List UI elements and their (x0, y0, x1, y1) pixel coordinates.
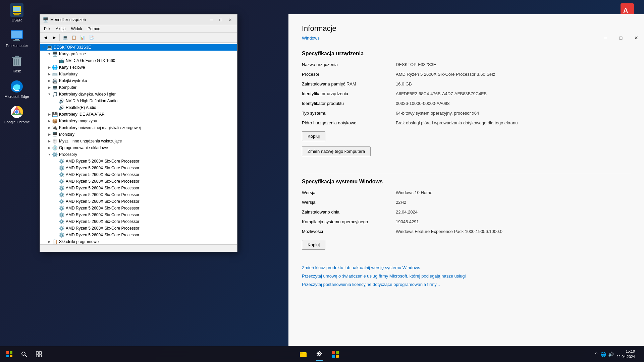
computer-icon (10, 29, 23, 42)
toolbar-view3[interactable]: 📑 (87, 34, 95, 42)
tree-firmware[interactable]: ▶ 💿 Oprogramowanie układowe (40, 144, 237, 151)
svg-rect-44 (6, 355, 9, 357)
kosz-icon-label: Kosz (13, 69, 21, 73)
product-key-link[interactable]: Zmień klucz produktu lub uaktualnij wers… (302, 265, 631, 270)
license-link[interactable]: Przeczytaj postanowienia licencyjne doty… (302, 282, 631, 287)
tree-cpu-8[interactable]: ▶ ⚙️ AMD Ryzen 5 2600X Six-Core Processo… (40, 212, 237, 218)
tree-mouse[interactable]: ▶ 🖱️ Mysz i inne urządzenia wskazujące (40, 138, 237, 144)
search-button[interactable] (17, 348, 31, 361)
device-id-value: A6FDF5F2-68C4-476B-A4D7-AFB83B79C4FB (396, 91, 631, 96)
windows-link[interactable]: Windows (302, 36, 631, 41)
copy-button-2[interactable]: Kopiuj (302, 240, 325, 250)
tree-software-components[interactable]: ▶ 📋 Składniki programowe (40, 238, 237, 244)
device-tree[interactable]: ▼ 💻 DESKTOP-F332S3E ▼ 🖥️ Karty graficzne… (40, 43, 237, 244)
build-label: Kompilacja systemu operacyjnego (302, 219, 396, 224)
processor-value: AMD Ryzen 5 2600X Six-Core Processor 3.6… (396, 72, 631, 77)
tree-komputer[interactable]: ▶ 💻 Komputer (40, 84, 237, 91)
menu-plik[interactable]: Plik (41, 26, 53, 32)
svg-point-19 (15, 110, 18, 114)
taskbar-store[interactable] (328, 347, 343, 362)
tree-audio[interactable]: ▼ 🎵 Kontrolery dźwięku, wideo i gier (40, 91, 237, 98)
desktop-icon-user[interactable]: USER (3, 3, 30, 22)
svg-rect-2 (13, 7, 20, 11)
taskbar-explorer[interactable] (296, 347, 311, 362)
tree-root[interactable]: ▼ 💻 DESKTOP-F332S3E (40, 44, 237, 51)
device-spec-section: Specyfikacja urządzenia Nazwa urządzenia… (302, 51, 631, 163)
desktop-icon-edge[interactable]: Microsoft Edge (3, 80, 30, 99)
menu-pomoc[interactable]: Pomoc (85, 26, 103, 32)
svg-rect-6 (11, 31, 22, 38)
taskbar-settings[interactable] (312, 347, 327, 362)
device-manager-statusbar (40, 244, 237, 252)
tree-cpu-9[interactable]: ▶ ⚙️ AMD Ryzen 5 2600X Six-Core Processo… (40, 218, 237, 225)
minimize-button[interactable]: ─ (207, 16, 216, 23)
tree-karty-graficzne[interactable]: ▼ 🖥️ Karty graficzne (40, 51, 237, 57)
tree-usb[interactable]: ▶ 🔌 Kontrolery uniwersalnej magistrali s… (40, 124, 237, 131)
tree-processors[interactable]: ▼ ⚙️ Procesory (40, 151, 237, 158)
pen-row: Pióro i urządzenia dotykowe Brak obsługi… (302, 120, 631, 125)
svg-rect-59 (336, 355, 339, 358)
install-date-value: 22.04.2024 (396, 209, 631, 215)
tree-cpu-2[interactable]: ▶ ⚙️ AMD Ryzen 5 2600X Six-Core Processo… (40, 171, 237, 178)
root-expand[interactable]: ▼ (41, 45, 47, 50)
tree-storage[interactable]: ▶ 📦 Kontrolery magazynu (40, 118, 237, 124)
ms-agreement-link[interactable]: Przeczytaj umowę o świadczenie usług fir… (302, 274, 631, 279)
desktop-icon-chrome[interactable]: Google Chrome (3, 105, 30, 124)
tree-cpu-4[interactable]: ▶ ⚙️ AMD Ryzen 5 2600X Six-Core Processo… (40, 185, 237, 191)
tree-cpu-3[interactable]: ▶ ⚙️ AMD Ryzen 5 2600X Six-Core Processo… (40, 178, 237, 185)
toolbar-computer[interactable]: 💻 (61, 34, 69, 42)
system-type-label: Typ systemu (302, 111, 396, 116)
start-button[interactable] (3, 348, 16, 361)
toolbar-view1[interactable]: 📋 (70, 34, 78, 42)
rename-button[interactable]: Zmień nazwę tego komputera (302, 146, 371, 156)
tray-volume[interactable]: 🔊 (608, 352, 614, 357)
features-row: Możliwości Windows Feature Experience Pa… (302, 229, 631, 234)
tree-cpu-7[interactable]: ▶ ⚙️ AMD Ryzen 5 2600X Six-Core Processo… (40, 205, 237, 212)
sysinfo-title: Informacje (302, 24, 631, 33)
toolbar-forward[interactable]: ▶ (50, 34, 58, 42)
tree-ide[interactable]: ▶ 💾 Kontrolery IDE ATA/ATAPI (40, 111, 237, 118)
sysinfo-close[interactable]: ✕ (629, 33, 644, 43)
task-view-button[interactable] (32, 348, 46, 361)
menu-widok[interactable]: Widok (68, 26, 85, 32)
tray-network[interactable]: 🌐 (600, 352, 606, 357)
desktop-icon-computer[interactable]: Ten komputer (3, 29, 30, 48)
install-date-row: Zainstalowano dnia 22.04.2024 (302, 209, 631, 215)
close-button[interactable]: ✕ (226, 16, 234, 23)
copy-button-1[interactable]: Kopiuj (302, 131, 325, 141)
karty-graficzne-expand[interactable]: ▼ (47, 51, 52, 57)
tree-karty-sieciowe[interactable]: ▶ 🌐 Karty sieciowe (40, 64, 237, 71)
tree-cpu-0[interactable]: ▶ ⚙️ AMD Ryzen 5 2600X Six-Core Processo… (40, 158, 237, 165)
toolbar-view2[interactable]: 📊 (78, 34, 87, 42)
system-type-value: 64-bitowy system operacyjny, procesor x6… (396, 111, 631, 116)
desktop-icon-kosz[interactable]: Kosz (3, 54, 30, 73)
tree-cpu-6[interactable]: ▶ ⚙️ AMD Ryzen 5 2600X Six-Core Processo… (40, 198, 237, 205)
tree-monitory[interactable]: ▶ 🖥️ Monitory (40, 131, 237, 138)
tree-cpu-5[interactable]: ▶ ⚙️ AMD Ryzen 5 2600X Six-Core Processo… (40, 191, 237, 198)
tree-cpu-1[interactable]: ▶ ⚙️ AMD Ryzen 5 2600X Six-Core Processo… (40, 165, 237, 171)
tree-realtek[interactable]: ▶ 🔊 Realtek(R) Audio (40, 104, 237, 111)
edition-label: Wersja (302, 190, 396, 195)
maximize-button[interactable]: □ (216, 16, 225, 23)
tree-kolejki[interactable]: ▶ 🖨️ Kolejki wydruku (40, 77, 237, 84)
windows-spec-section: Specyfikacja systemu Windows Wersja Wind… (302, 179, 631, 255)
sysinfo-restore[interactable]: □ (613, 33, 629, 43)
edition-value: Windows 10 Home (396, 190, 631, 195)
tree-cpu-10[interactable]: ▶ ⚙️ AMD Ryzen 5 2600X Six-Core Processo… (40, 225, 237, 232)
taskbar: ⌃ 🌐 🔊 15:19 22.04.2024 (0, 346, 644, 362)
tree-cpu-11[interactable]: ▶ ⚙️ AMD Ryzen 5 2600X Six-Core Processo… (40, 232, 237, 238)
tree-nvidia-audio[interactable]: ▶ 🔊 NVIDIA High Definition Audio (40, 98, 237, 104)
edition-row: Wersja Windows 10 Home (302, 190, 631, 195)
system-tray: ⌃ 🌐 🔊 (594, 352, 614, 357)
svg-text:A: A (623, 7, 628, 14)
tree-nvidia[interactable]: ▶ 📺 NVIDIA GeForce GTX 1660 (40, 57, 237, 64)
tray-arrow[interactable]: ⌃ (594, 352, 598, 357)
device-manager-titlebar[interactable]: 🖥️ Menedżer urządzeń ─ □ ✕ (40, 14, 237, 25)
menu-akcja[interactable]: Akcja (53, 26, 68, 32)
build-row: Kompilacja systemu operacyjnego 19045.42… (302, 219, 631, 224)
svg-rect-11 (15, 56, 19, 57)
sysinfo-minimize[interactable]: ─ (598, 33, 613, 43)
toolbar-back[interactable]: ◀ (41, 34, 49, 42)
tree-klawiatury[interactable]: ▶ ⌨️ Klawiatury (40, 71, 237, 77)
taskbar-clock[interactable]: 15:19 22.04.2024 (616, 349, 635, 359)
